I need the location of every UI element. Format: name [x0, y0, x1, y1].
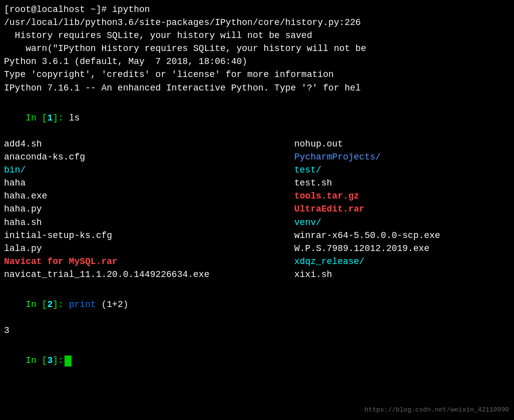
list-item: W.P.S.7989.12012.2019.exe: [294, 242, 510, 255]
ls-left-col: add4.sh anaconda-ks.cfg bin/ haha haha.e…: [4, 138, 294, 281]
list-item: anaconda-ks.cfg: [4, 150, 294, 164]
ls-output: add4.sh anaconda-ks.cfg bin/ haha haha.e…: [4, 138, 510, 281]
list-item: winrar-x64-5.50.0.0-scp.exe: [294, 229, 510, 242]
in-keyword-2: print: [69, 300, 96, 310]
copyright-line: Type 'copyright', 'credits' or 'license'…: [4, 68, 510, 81]
warning-line-1: /usr/local/lib/python3.6/site-packages/I…: [4, 16, 510, 29]
ipython-version-line: IPython 7.16.1 -- An enhanced Interactiv…: [4, 82, 510, 94]
list-item: Navicat for MySQL.rar: [4, 255, 294, 268]
cursor-block[interactable]: [65, 356, 72, 366]
input-1-line: In [1]: ls: [4, 98, 510, 138]
list-item: nohup.out: [294, 138, 510, 150]
in-close-3: ]:: [53, 356, 64, 366]
ls-right-col: nohup.out PycharmProjects/ test/ test.sh…: [294, 138, 510, 281]
terminal-window: [root@localhost ~]# ipython /usr/local/l…: [0, 0, 514, 420]
in-cmd-1: ls: [64, 113, 80, 123]
list-item: test/: [294, 164, 510, 176]
in-close-2: ]:: [53, 300, 64, 310]
in-num-3: 3: [47, 356, 53, 366]
list-item: navicat_trial_11.1.20.0.1449226634.exe: [4, 268, 294, 281]
warning-line-3: warn("IPython History requires SQLite, y…: [4, 42, 510, 55]
list-item: PycharmProjects/: [294, 150, 510, 164]
input-3-line: In [3]:: [4, 341, 510, 380]
list-item: add4.sh: [4, 138, 294, 150]
list-item: xixi.sh: [294, 268, 510, 281]
list-item: initial-setup-ks.cfg: [4, 229, 294, 242]
list-item: haha: [4, 176, 294, 190]
in-label-2: In [: [26, 300, 47, 310]
list-item: haha.exe: [4, 190, 294, 202]
list-item: venv/: [294, 216, 510, 229]
list-item: lala.py: [4, 242, 294, 255]
list-item: haha.py: [4, 202, 294, 216]
list-item: haha.sh: [4, 216, 294, 229]
watermark-text: https://blog.csdn.net/weixin_42110990: [364, 406, 509, 415]
python-version-line: Python 3.6.1 (default, May 7 2018, 18:06…: [4, 55, 510, 68]
in-prefix-2: [64, 300, 69, 310]
in-label-1: In [: [26, 113, 47, 123]
cmd-line: [root@localhost ~]# ipython: [4, 3, 510, 16]
input-2-line: In [2]: print (1+2): [4, 285, 510, 324]
list-item: tools.tar.gz: [294, 190, 510, 202]
in-close-1: ]:: [53, 113, 64, 123]
list-item: bin/: [4, 164, 294, 176]
in-args-2: (1+2): [96, 300, 129, 310]
list-item: xdqz_release/: [294, 255, 510, 268]
in-num-2: 2: [47, 300, 53, 310]
in-num-1: 1: [47, 113, 53, 123]
list-item: UltraEdit.rar: [294, 202, 510, 216]
output-2: 3: [4, 324, 510, 337]
in-label-3: In [: [26, 356, 47, 366]
warning-line-2: History requires SQLite, your history wi…: [4, 29, 510, 42]
list-item: test.sh: [294, 176, 510, 190]
